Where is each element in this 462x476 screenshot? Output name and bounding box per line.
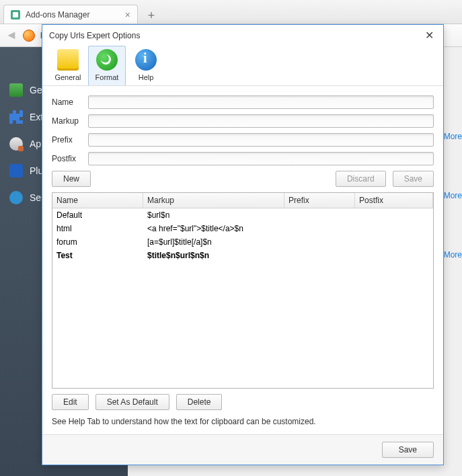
tab-help[interactable]: Help (127, 46, 165, 85)
dialog-titlebar: Copy Urls Expert Options ✕ (42, 25, 443, 44)
firefox-icon (23, 30, 35, 42)
cell-postfix (355, 222, 433, 235)
puzzle-icon (9, 110, 23, 124)
table-row[interactable]: forum[a=$url]$title[/a]$n (52, 235, 433, 249)
table-header: Name Markup Prefix Postfix (52, 193, 433, 208)
col-postfix[interactable]: Postfix (355, 193, 433, 208)
more-link[interactable]: More (444, 191, 462, 200)
prefix-label: Prefix (52, 135, 84, 145)
new-button[interactable]: New (52, 171, 91, 187)
cell-prefix (284, 235, 355, 249)
discard-button[interactable]: Discard (336, 171, 386, 187)
delete-button[interactable]: Delete (176, 394, 223, 410)
cell-postfix (355, 208, 433, 222)
cell-markup: <a href="$url">$title</a>$n (143, 222, 284, 235)
tab-format[interactable]: Format (88, 46, 126, 85)
cell-postfix (355, 249, 433, 262)
cell-markup: [a=$url]$title[/a]$n (143, 235, 284, 249)
appearance-icon (9, 137, 23, 151)
more-links: More More More (444, 132, 462, 309)
cell-name: Test (52, 249, 143, 262)
cell-prefix (284, 249, 355, 262)
cell-prefix (284, 208, 355, 222)
new-tab-button[interactable]: + (142, 7, 161, 24)
table-row[interactable]: Default$url$n (52, 208, 433, 222)
dialog-footer: Save (42, 434, 443, 465)
cell-name: forum (52, 235, 143, 249)
postfix-input[interactable] (88, 152, 434, 165)
svg-rect-1 (13, 12, 18, 17)
more-link[interactable]: More (444, 132, 462, 141)
table-body: Default$url$nhtml<a href="$url">$title</… (52, 208, 433, 388)
cell-markup: $title$n$url$n$n (143, 249, 284, 262)
tab-general[interactable]: General (49, 46, 87, 85)
box-icon (9, 83, 23, 97)
browser-tabstrip: Add-ons Manager × + (0, 0, 462, 24)
table-row[interactable]: html<a href="$url">$title</a>$n (52, 222, 433, 235)
cell-name: Default (52, 208, 143, 222)
services-icon (9, 191, 23, 204)
addons-tab-icon (11, 10, 20, 19)
cell-prefix (284, 222, 355, 235)
dialog-tabs: General Format Help (42, 44, 443, 86)
plugin-icon (9, 164, 23, 177)
col-prefix[interactable]: Prefix (284, 193, 355, 208)
col-markup[interactable]: Markup (143, 193, 284, 208)
markup-input[interactable] (88, 114, 434, 128)
folder-icon (57, 49, 79, 71)
back-icon[interactable]: ◄ (5, 28, 17, 42)
browser-tab[interactable]: Add-ons Manager × (3, 5, 138, 24)
edit-button[interactable]: Edit (52, 394, 89, 410)
cell-markup: $url$n (143, 208, 284, 222)
cell-postfix (355, 235, 433, 249)
cell-name: html (52, 222, 143, 235)
markup-label: Markup (52, 116, 84, 126)
save-button[interactable]: Save (382, 442, 434, 458)
options-dialog: Copy Urls Expert Options ✕ General Forma… (42, 24, 444, 465)
tab-title: Add-ons Manager (26, 10, 89, 19)
name-input[interactable] (88, 95, 434, 109)
more-link[interactable]: More (444, 250, 462, 260)
set-default-button[interactable]: Set As Default (95, 394, 169, 410)
dialog-body: Name Markup Prefix Postfix New Discard S… (42, 86, 443, 434)
prefix-input[interactable] (88, 133, 434, 147)
close-icon[interactable]: ✕ (422, 29, 436, 42)
save-row-button[interactable]: Save (393, 171, 434, 187)
formats-table: Name Markup Prefix Postfix Default$url$n… (52, 192, 434, 389)
postfix-label: Postfix (52, 154, 84, 163)
col-name[interactable]: Name (52, 193, 143, 208)
name-label: Name (52, 97, 84, 107)
format-icon (96, 49, 118, 71)
close-icon[interactable]: × (125, 9, 130, 20)
table-row[interactable]: Test$title$n$url$n$n (52, 249, 433, 262)
help-text: See Help Tab to understand how the text … (52, 415, 434, 428)
dialog-title-text: Copy Urls Expert Options (49, 31, 140, 40)
info-icon (135, 49, 157, 71)
